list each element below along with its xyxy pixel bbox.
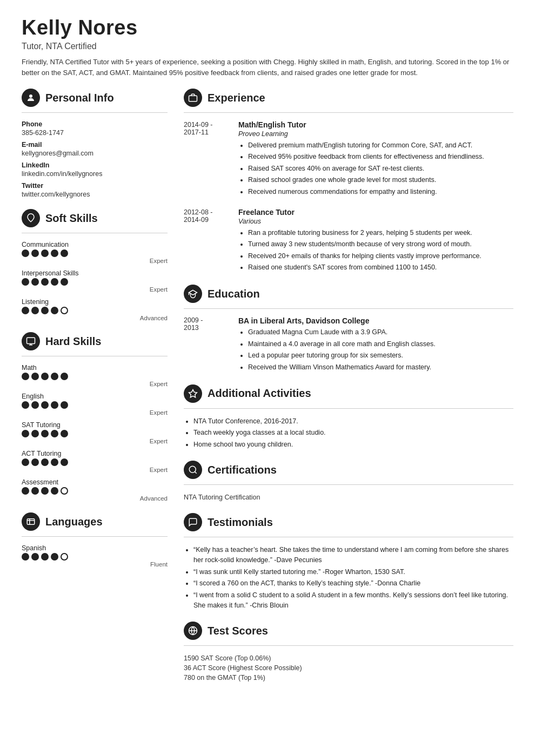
list-item: Led a popular peer tutoring group for si… (248, 350, 436, 361)
skill-level: Expert (22, 467, 168, 473)
soft-skills-title: Soft Skills (45, 212, 98, 225)
linkedin-label: LinkedIn (22, 161, 168, 169)
phone-label: Phone (22, 120, 168, 128)
skill-dots (22, 278, 168, 286)
languages-header: Languages (22, 512, 168, 531)
twitter-label: Twitter (22, 182, 168, 190)
skill-level: Expert (22, 258, 168, 264)
skill-level: Fluent (22, 561, 168, 568)
skill-dot (61, 487, 68, 495)
right-column: Experience 2014-09 - 2017-11 Math/Englis… (184, 89, 513, 693)
list-item: Received 95% positive feedback from clie… (248, 152, 484, 162)
education-icon (184, 285, 202, 303)
skill-dot (41, 401, 49, 409)
skill-dot (51, 458, 58, 466)
candidate-summary: Friendly, NTA Certified Tutor with 5+ ye… (22, 57, 513, 78)
svg-rect-3 (189, 96, 197, 102)
exp-body-1: Math/English Tutor Proveo Learning Deliv… (238, 120, 484, 198)
exp-company-2: Various (238, 218, 482, 225)
skill-row: CommunicationExpert (22, 241, 168, 264)
skill-level: Expert (22, 381, 168, 387)
education-divider (184, 308, 513, 309)
skill-dot (22, 458, 29, 466)
soft-skills-header: Soft Skills (22, 209, 168, 227)
skill-level: Advanced (22, 495, 168, 502)
exp-company-1: Proveo Learning (238, 130, 484, 138)
list-item: Graduated Magna Cum Laude with a 3.9 GPA… (248, 327, 436, 338)
certifications-icon (184, 461, 202, 479)
linkedin-field: LinkedIn linkedin.com/in/kellygnores (22, 161, 168, 178)
skill-dot (31, 487, 39, 495)
certification-item: NTA Tutoring Certification (184, 492, 513, 502)
personal-info-header: Personal Info (22, 89, 168, 107)
additional-activities-title: Additional Activities (208, 387, 311, 400)
svg-point-0 (29, 94, 32, 98)
skill-name: Assessment (22, 478, 168, 486)
experience-divider (184, 112, 513, 113)
skill-dots (22, 430, 168, 437)
skill-row: SpanishFluent (22, 544, 168, 568)
list-item: “I was sunk until Kelly started tutoring… (193, 567, 513, 577)
skill-dot (31, 373, 39, 380)
list-item: Received the William Vinson Mathematics … (248, 362, 436, 373)
exp-job-title-2: Freelance Tutor (238, 208, 482, 217)
candidate-title: Tutor, NTA Certified (22, 42, 513, 51)
candidate-name: Kelly Nores (22, 16, 513, 39)
twitter-value: twitter.com/kellygnores (22, 191, 168, 198)
testimonials-divider (184, 537, 513, 537)
skill-row: SAT TutoringExpert (22, 421, 168, 444)
testimonials-section: Testimonials “Kelly has a teacher’s hear… (184, 513, 513, 611)
skill-dot (41, 458, 49, 466)
experience-section: Experience 2014-09 - 2017-11 Math/Englis… (184, 89, 513, 274)
linkedin-value: linkedin.com/in/kellygnores (22, 170, 168, 178)
skill-dot (41, 487, 49, 495)
skill-dots (22, 458, 168, 466)
testimonials-bullets: “Kelly has a teacher’s heart. She takes … (184, 545, 513, 611)
list-item: Home school two young children. (193, 440, 513, 450)
personal-info-title: Personal Info (45, 92, 114, 104)
svg-marker-4 (189, 389, 197, 397)
skill-dot (51, 401, 58, 409)
email-label: E-mail (22, 141, 168, 148)
skill-row: Interpersonal SkillsExpert (22, 269, 168, 293)
skill-row: AssessmentAdvanced (22, 478, 168, 502)
list-item: “I went from a solid C student to a soli… (193, 590, 513, 611)
skill-name: Spanish (22, 544, 168, 552)
list-item: Received 20+ emails of thanks for helpin… (248, 251, 482, 261)
skill-dots (22, 401, 168, 409)
skill-dot (51, 487, 58, 495)
testimonials-icon (184, 513, 202, 531)
skill-dot (31, 401, 39, 409)
skill-dot (31, 430, 39, 437)
education-entry-1: 2009 - 2013 BA in Liberal Arts, Davidson… (184, 316, 513, 374)
skill-dot (22, 249, 29, 257)
skill-dot (22, 307, 29, 314)
skill-dot (22, 487, 29, 495)
skill-dot (31, 458, 39, 466)
phone-value: 385-628-1747 (22, 129, 168, 137)
skill-dot (41, 278, 49, 286)
additional-activities-divider (184, 408, 513, 409)
skill-dot (51, 249, 58, 257)
personal-info-divider (22, 112, 168, 113)
soft-skills-list: CommunicationExpertInterpersonal SkillsE… (22, 241, 168, 321)
skill-dot (31, 249, 39, 257)
skill-row: ListeningAdvanced (22, 298, 168, 321)
test-scores-title: Test Scores (208, 625, 268, 637)
email-field: E-mail kellygnores@gmail.com (22, 141, 168, 157)
test-scores-icon (184, 622, 202, 640)
additional-activities-section: Additional Activities NTA Tutor Conferen… (184, 384, 513, 450)
list-item: NTA Tutor Conference, 2016-2017. (193, 416, 513, 427)
education-title: Education (208, 288, 260, 300)
experience-entry-2: 2012-08 - 2014-09 Freelance Tutor Variou… (184, 208, 513, 274)
certifications-divider (184, 484, 513, 485)
education-section: Education 2009 - 2013 BA in Liberal Arts… (184, 285, 513, 374)
list-item: Teach weekly yoga classes at a local stu… (193, 428, 513, 438)
exp-body-2: Freelance Tutor Various Ran a profitable… (238, 208, 482, 274)
list-item: Received numerous commendations for empa… (248, 187, 484, 197)
edu-bullets-1: Graduated Magna Cum Laude with a 3.9 GPA… (238, 327, 436, 373)
skill-name: English (22, 393, 168, 400)
certifications-header: Certifications (184, 461, 513, 479)
skill-name: Communication (22, 241, 168, 248)
skill-dot (22, 278, 29, 286)
